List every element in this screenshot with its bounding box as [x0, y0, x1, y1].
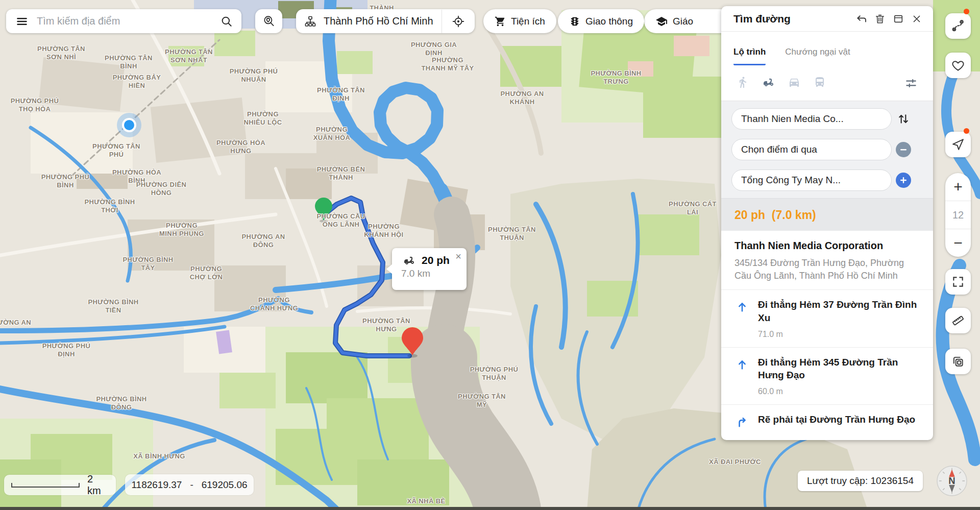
map-label: PHƯỜNG CHỢ LỚN — [190, 265, 223, 282]
step-instruction: Rẽ phải tại Đường Trần Hưng Đạo — [758, 413, 915, 426]
scale-line — [11, 483, 80, 488]
city-selector[interactable]: Thành Phố Hồ Chí Minh — [296, 9, 475, 33]
zoom-out-button[interactable]: − — [945, 229, 971, 257]
origin-input[interactable] — [731, 108, 892, 130]
map-label: PHƯỜNG DIÊN HỒNG — [136, 181, 187, 198]
plus-icon — [899, 176, 908, 184]
map-label: PHƯỜNG NHIÊU LỘC — [243, 110, 282, 127]
route-steps: Đi thẳng Hẻm 37 Đường Trần Đình Xu71.0 m… — [721, 289, 933, 440]
map-label: PHƯỜNG TÂN SƠN NHÌ — [37, 45, 85, 62]
crosshair-icon — [452, 15, 465, 28]
window-icon[interactable] — [891, 12, 905, 26]
heart-icon — [951, 58, 965, 72]
utilities-label: Tiện ích — [511, 16, 545, 27]
city-name: Thành Phố Hồ Chí Minh — [324, 15, 442, 27]
compass[interactable]: N — [936, 465, 968, 499]
zoom-in-button[interactable]: + — [945, 173, 971, 201]
close-icon[interactable]: × — [455, 251, 461, 261]
map-label: PHƯỜNG BÌNH TRƯNG — [591, 69, 641, 86]
map-label: PHƯỜNG KHÁNH HỘI — [364, 223, 403, 239]
favorites-button[interactable] — [945, 53, 971, 78]
map-edge — [0, 507, 980, 510]
search-bar — [6, 9, 241, 33]
undo-icon[interactable] — [854, 12, 869, 26]
coordinate-y: 619205.06 — [202, 479, 248, 491]
map-label: PHƯỜNG PHÚ THUẬN — [470, 366, 519, 382]
map-label: PHƯỜNG BẾN THÀNH — [317, 165, 365, 182]
org-chart-icon — [304, 15, 316, 28]
traffic-button[interactable]: Giao thông — [558, 9, 644, 33]
route-step[interactable]: Đi thẳng Hẻm 37 Đường Trần Đình Xu71.0 m — [721, 289, 933, 347]
map-label: XÃ ĐẠI PHƯỚC — [709, 458, 761, 466]
map-label: PHƯỜNG MINH PHỤNG — [159, 222, 204, 238]
map-label: PHƯỜNG TÂN ĐỊNH — [317, 86, 365, 103]
sliders-icon[interactable] — [904, 77, 918, 90]
education-label: Giáo — [673, 16, 693, 27]
current-location-dot[interactable] — [117, 113, 141, 137]
locate-button[interactable] — [442, 9, 475, 33]
coordinate-x: 1182619.37 — [131, 479, 182, 491]
route-panel: Tìm đường Lộ trình Chướng ngại vật — [721, 6, 933, 440]
compass-north-label: N — [948, 475, 955, 486]
waypoint-input[interactable] — [731, 139, 892, 160]
scale-label: 2 km — [87, 473, 109, 497]
measure-button[interactable] — [945, 308, 971, 333]
map-label: ƯỜNG AN — [0, 319, 31, 327]
add-waypoint-button[interactable] — [896, 173, 911, 188]
transport-modes — [721, 65, 933, 101]
search-input[interactable] — [37, 15, 215, 27]
step-distance: 71.0 m — [758, 330, 920, 339]
map-label: PHƯỜNG PHÚ THỌ HÒA — [11, 97, 59, 114]
scale-bar: 2 km — [4, 475, 116, 495]
zoom-control: + 12 − — [945, 173, 971, 257]
destination-input[interactable] — [731, 169, 892, 191]
layers-icon — [951, 355, 965, 368]
swap-vertical-icon[interactable] — [892, 112, 915, 126]
car-mode-button[interactable] — [788, 76, 801, 90]
map-label: PHƯỜNG CÁT LÁI — [669, 200, 717, 217]
navigate-button[interactable] — [945, 132, 971, 157]
hamburger-menu-icon[interactable] — [15, 15, 29, 28]
minus-icon — [899, 145, 908, 154]
map-label: PHƯỜNG BÌNH TIỀN — [88, 298, 138, 315]
bus-mode-button[interactable] — [813, 76, 826, 90]
map-label: PHƯỜNG TÂN BÌNH — [105, 54, 153, 71]
car-icon — [788, 76, 801, 88]
close-icon[interactable] — [910, 12, 924, 26]
directions-button[interactable] — [945, 13, 971, 39]
fullscreen-icon — [951, 275, 965, 288]
walk-mode-button[interactable] — [737, 76, 749, 90]
coordinates-display: 1182619.37 - 619205.06 — [125, 474, 254, 495]
map-label: PHƯỜNG XUÂN HÒA — [313, 126, 351, 142]
trash-icon[interactable] — [873, 12, 887, 26]
motorbike-icon — [401, 254, 416, 266]
tooltip-distance: 7.0 km — [401, 268, 459, 279]
tab-route[interactable]: Lộ trình — [733, 47, 766, 65]
traffic-light-icon — [569, 16, 580, 27]
straight-arrow-icon — [736, 358, 749, 371]
route-step[interactable]: Rẽ phải tại Đường Trần Hưng Đạo — [721, 404, 933, 436]
route-step[interactable]: Đi thẳng Hẻm 345 Đường Trần Hưng Đạo60.0… — [721, 347, 933, 404]
map-label: PHƯỜNG TÂN MỸ — [458, 393, 506, 409]
motorbike-mode-button[interactable] — [761, 76, 775, 90]
tab-obstacles[interactable]: Chướng ngại vật — [785, 47, 850, 65]
route-inputs — [721, 101, 933, 198]
route-tooltip[interactable]: × 20 ph 7.0 km — [392, 248, 467, 290]
search-icon[interactable] — [220, 15, 233, 28]
route-icon — [951, 19, 965, 33]
destination-address: 345/134 Đường Trần Hưng Đạo, Phường Cầu … — [734, 257, 920, 282]
coordinate-separator: - — [190, 479, 193, 491]
layers-button[interactable] — [945, 349, 971, 374]
remove-waypoint-button[interactable] — [896, 142, 911, 157]
panel-header: Tìm đường — [721, 6, 933, 32]
area-search-button[interactable] — [255, 9, 282, 33]
map-label: PHƯỜNG THANH MỸ TÂY — [421, 56, 474, 73]
tooltip-duration: 20 ph — [422, 254, 450, 266]
map-label: PHƯỜNG TÂN SƠN NHẤT — [165, 48, 213, 65]
map-label: PHƯỜNG TÂN PHÚ — [92, 142, 140, 159]
fullscreen-button[interactable] — [945, 269, 971, 295]
destination-name: Thanh Nien Media Corporation — [734, 240, 920, 252]
map-label: PHƯỜNG BÌNH TÂY — [122, 256, 173, 273]
utilities-button[interactable]: Tiện ích — [483, 9, 556, 33]
zoom-level: 12 — [945, 201, 971, 229]
